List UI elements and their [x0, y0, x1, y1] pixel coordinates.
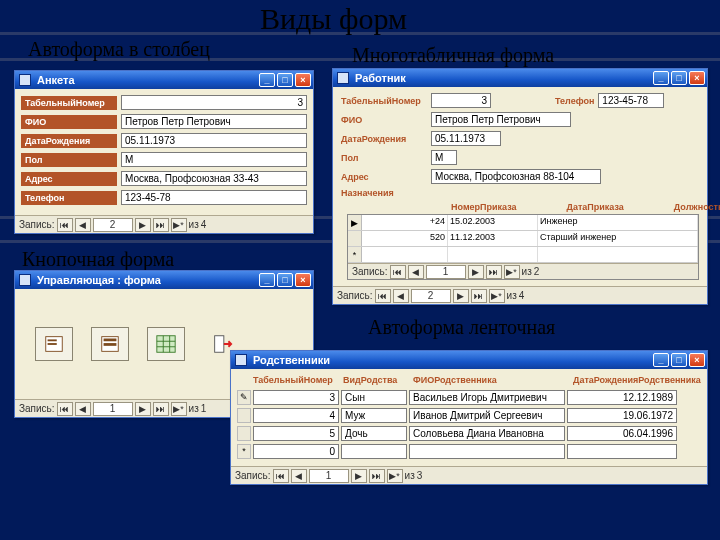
cell-dob[interactable]: 06.04.1996: [567, 426, 677, 441]
nav-first-button[interactable]: ⏮: [273, 469, 289, 483]
tape-row[interactable]: 5ДочьСоловьева Диана Ивановна06.04.1996: [237, 424, 701, 442]
row-selector[interactable]: ▶: [348, 215, 362, 230]
field-fio[interactable]: Петров Петр Петрович: [121, 114, 307, 129]
nav-first-button[interactable]: ⏮: [390, 265, 406, 279]
tape-row[interactable]: *0: [237, 442, 701, 460]
field-tabno[interactable]: 3: [431, 93, 491, 108]
titlebar[interactable]: Управляющая : форма _ □ ×: [15, 271, 313, 289]
close-button[interactable]: ×: [295, 273, 311, 287]
field-tabno[interactable]: 3: [121, 95, 307, 110]
row-selector[interactable]: [237, 426, 251, 441]
cell-dob[interactable]: [567, 444, 677, 459]
cell-tabno[interactable]: 5: [253, 426, 339, 441]
field-addr[interactable]: Москва, Профсоюзная 33-43: [121, 171, 307, 186]
maximize-button[interactable]: □: [277, 273, 293, 287]
nav-last-button[interactable]: ⏭: [471, 289, 487, 303]
subform-row[interactable]: *: [348, 247, 698, 263]
titlebar[interactable]: Родственники _ □ ×: [231, 351, 707, 369]
nav-position[interactable]: 1: [93, 402, 133, 416]
nav-next-button[interactable]: ▶: [351, 469, 367, 483]
nav-last-button[interactable]: ⏭: [153, 218, 169, 232]
nav-new-button[interactable]: ▶*: [489, 289, 505, 303]
field-tel[interactable]: 123-45-78: [598, 93, 664, 108]
cell-num[interactable]: [362, 247, 448, 262]
maximize-button[interactable]: □: [277, 73, 293, 87]
nav-next-button[interactable]: ▶: [468, 265, 484, 279]
cell-fio[interactable]: [409, 444, 565, 459]
subform-row[interactable]: 52011.12.2003Старший инженер: [348, 231, 698, 247]
minimize-button[interactable]: _: [653, 353, 669, 367]
cell-fio[interactable]: Соловьева Диана Ивановна: [409, 426, 565, 441]
nav-prev-button[interactable]: ◀: [75, 402, 91, 416]
titlebar[interactable]: Работник _ □ ×: [333, 69, 707, 87]
minimize-button[interactable]: _: [259, 273, 275, 287]
cell-relation[interactable]: Дочь: [341, 426, 407, 441]
form-button-2[interactable]: [91, 327, 129, 361]
close-button[interactable]: ×: [689, 353, 705, 367]
cell-dob[interactable]: 19.06.1972: [567, 408, 677, 423]
nav-prev-button[interactable]: ◀: [408, 265, 424, 279]
nav-new-button[interactable]: ▶*: [171, 218, 187, 232]
field-sex[interactable]: М: [121, 152, 307, 167]
cell-num[interactable]: 520: [362, 231, 448, 246]
row-selector[interactable]: *: [237, 444, 251, 459]
minimize-button[interactable]: _: [259, 73, 275, 87]
cell-pos[interactable]: Старший инженер: [538, 231, 698, 246]
subform-row[interactable]: ▶+2415.02.2003Инженер: [348, 215, 698, 231]
cell-tabno[interactable]: 0: [253, 444, 339, 459]
cell-pos[interactable]: Инженер: [538, 215, 698, 230]
cell-relation[interactable]: Муж: [341, 408, 407, 423]
nav-next-button[interactable]: ▶: [453, 289, 469, 303]
row-selector[interactable]: [348, 231, 362, 246]
maximize-button[interactable]: □: [671, 71, 687, 85]
field-fio[interactable]: Петров Петр Петрович: [431, 112, 571, 127]
titlebar[interactable]: Анкета _ □ ×: [15, 71, 313, 89]
nav-last-button[interactable]: ⏭: [369, 469, 385, 483]
field-dob[interactable]: 05.11.1973: [431, 131, 501, 146]
cell-tabno[interactable]: 3: [253, 390, 339, 405]
field-dob[interactable]: 05.11.1973: [121, 133, 307, 148]
nav-first-button[interactable]: ⏮: [57, 402, 73, 416]
tape-row[interactable]: ✎3СынВасильев Игорь Дмитриевич12.12.1989: [237, 388, 701, 406]
nav-prev-button[interactable]: ◀: [393, 289, 409, 303]
field-addr[interactable]: Москва, Профсоюзная 88-104: [431, 169, 601, 184]
nav-position[interactable]: 1: [426, 265, 466, 279]
nav-prev-button[interactable]: ◀: [291, 469, 307, 483]
cell-fio[interactable]: Васильев Игорь Дмитриевич: [409, 390, 565, 405]
nav-new-button[interactable]: ▶*: [387, 469, 403, 483]
nav-new-button[interactable]: ▶*: [171, 402, 187, 416]
nav-last-button[interactable]: ⏭: [153, 402, 169, 416]
close-button[interactable]: ×: [689, 71, 705, 85]
nav-new-button[interactable]: ▶*: [504, 265, 520, 279]
cell-relation[interactable]: Сын: [341, 390, 407, 405]
nav-position[interactable]: 2: [93, 218, 133, 232]
nav-last-button[interactable]: ⏭: [486, 265, 502, 279]
row-selector[interactable]: ✎: [237, 390, 251, 405]
nav-prev-button[interactable]: ◀: [75, 218, 91, 232]
nav-next-button[interactable]: ▶: [135, 218, 151, 232]
minimize-button[interactable]: _: [653, 71, 669, 85]
row-selector[interactable]: *: [348, 247, 362, 262]
nav-first-button[interactable]: ⏮: [375, 289, 391, 303]
cell-fio[interactable]: Иванов Дмитрий Сергеевич: [409, 408, 565, 423]
maximize-button[interactable]: □: [671, 353, 687, 367]
form-button-1[interactable]: [35, 327, 73, 361]
field-sex[interactable]: М: [431, 150, 457, 165]
cell-date[interactable]: [448, 247, 538, 262]
cell-date[interactable]: 11.12.2003: [448, 231, 538, 246]
field-tel[interactable]: 123-45-78: [121, 190, 307, 205]
cell-date[interactable]: 15.02.2003: [448, 215, 538, 230]
cell-tabno[interactable]: 4: [253, 408, 339, 423]
nav-position[interactable]: 1: [309, 469, 349, 483]
tape-row[interactable]: 4МужИванов Дмитрий Сергеевич19.06.1972: [237, 406, 701, 424]
cell-dob[interactable]: 12.12.1989: [567, 390, 677, 405]
cell-relation[interactable]: [341, 444, 407, 459]
nav-next-button[interactable]: ▶: [135, 402, 151, 416]
nav-position[interactable]: 2: [411, 289, 451, 303]
close-button[interactable]: ×: [295, 73, 311, 87]
cell-num[interactable]: +24: [362, 215, 448, 230]
cell-pos[interactable]: [538, 247, 698, 262]
form-button-3[interactable]: [147, 327, 185, 361]
nav-first-button[interactable]: ⏮: [57, 218, 73, 232]
row-selector[interactable]: [237, 408, 251, 423]
